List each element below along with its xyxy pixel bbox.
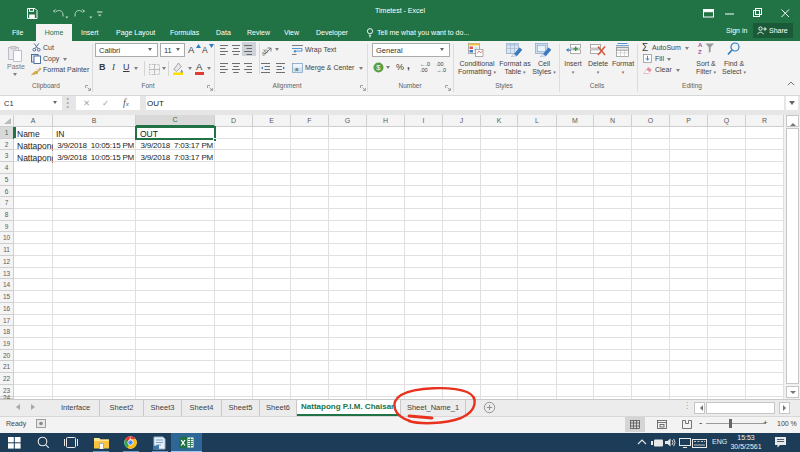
svg-text:Z: Z <box>698 49 702 54</box>
svg-text:A: A <box>698 42 703 48</box>
